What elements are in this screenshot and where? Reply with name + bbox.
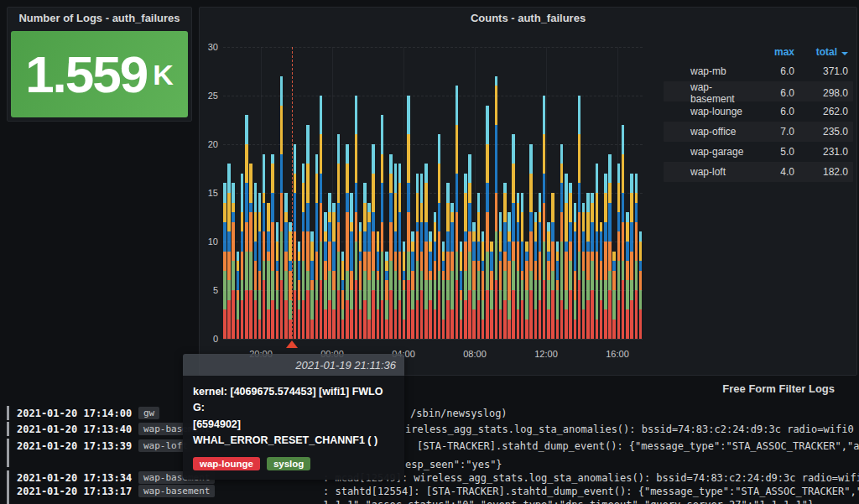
tooltip-badges: wap-loungesyslog	[193, 457, 394, 470]
log-timestamp: 2021-01-20 17:13:17	[17, 486, 132, 497]
log-timestamp: 2021-01-20 17:14:00	[17, 408, 132, 419]
log-level-bar	[7, 470, 9, 485]
log-label-badge-wap-lounge: wap-lounge	[193, 457, 260, 470]
log-message: : stahtd[12554]: [STA-TRACKER].stahtd_du…	[323, 486, 859, 497]
log-timestamp: 2021-01-20 17:13:34	[17, 472, 132, 484]
log-label-badge-syslog: syslog	[267, 457, 310, 470]
graph-tooltip: 2021-01-19 21:11:36 kernel: [4069675.574…	[183, 354, 404, 480]
tooltip-timestamp: 2021-01-19 21:11:36	[183, 354, 404, 376]
tooltip-message: kernel: [4069675.574453] [wifi1] FWLOG:[…	[193, 384, 394, 449]
tooltip-message-line: [6594902]	[193, 417, 394, 433]
log-message-fragment: /sbin/newsyslog)	[410, 408, 508, 419]
log-message-wrapped-line: esp_seen":"yes"}	[405, 459, 502, 470]
log-host-badge[interactable]: gw	[138, 407, 159, 419]
log-level-bar	[7, 484, 9, 504]
log-timestamp: 2021-01-20 17:13:40	[17, 423, 132, 435]
log-message-wrapped-line: 1.1.1","assoc_status":"0","event_type":"…	[323, 499, 814, 504]
log-message-fragment: [STA-TRACKER].stahtd_dump_event(): {"mes…	[417, 440, 859, 452]
log-host-badge[interactable]: wap-basement	[138, 485, 215, 497]
logs-panel-title[interactable]: Free Form Filter Logs	[722, 382, 835, 395]
log-level-bar	[7, 439, 9, 467]
log-level-bar	[7, 406, 9, 420]
log-message-fragment: ireless_agg_stats.log_sta_anomalies(): b…	[405, 423, 859, 435]
log-timestamp: 2021-01-20 17:13:39	[17, 440, 132, 452]
tooltip-message-line: kernel: [4069675.574453] [wifi1] FWLOG:	[193, 384, 394, 417]
log-level-bar	[7, 422, 9, 436]
tooltip-message-line: WHAL_ERROR_RESET_CHANNF1 ( )	[193, 433, 394, 449]
logs-panel: 2021-01-20 17:14:00gw/sbin/newsyslog)202…	[0, 0, 859, 504]
tooltip-body: kernel: [4069675.574453] [wifi1] FWLOG:[…	[183, 376, 404, 480]
